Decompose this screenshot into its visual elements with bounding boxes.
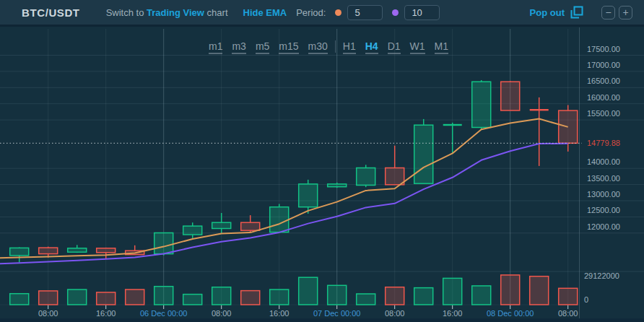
period-label: Period: [296,7,326,18]
ema-slow-period-input[interactable] [404,5,440,20]
date-axis-label: 08 Dec 00:00 [487,309,534,318]
trading-chart-app: 17500.0017000.0016500.0016000.0015500.00… [0,0,644,322]
time-axis-label: 16:00 [443,309,463,318]
tab-m30[interactable]: m30 [308,40,328,54]
time-axis-label: 16:00 [269,309,290,318]
tab-d1[interactable]: D1 [388,40,401,54]
candle-body [501,82,520,110]
candle-body [241,222,260,230]
date-axis-label: 06 Dec 00:00 [140,309,187,318]
volume-bar [68,290,87,305]
ema10-line [0,144,568,264]
tab-m5[interactable]: m5 [256,40,269,54]
volume-bar [97,292,116,305]
tab-h4-active[interactable]: H4 [365,40,378,54]
candle-body [155,233,173,254]
tab-w1[interactable]: W1 [410,40,425,54]
time-axis-label: 08:00 [558,309,578,318]
tab-m15[interactable]: m15 [279,40,298,54]
price-axis-label: 12000.00 [587,222,620,231]
time-axis-label: 08:00 [38,309,58,318]
volume-bar [126,290,144,305]
price-axis-label: 17500.00 [587,45,620,53]
price-axis-label: 17000.00 [587,61,620,69]
pop-out-icon[interactable] [570,6,583,19]
price-axis-label: 12500.00 [587,206,620,214]
ema-fast-period-input[interactable] [347,5,383,20]
ema-slow-dot [392,9,399,16]
volume-bar [328,285,347,305]
candle-body [97,248,116,253]
ema5-line [0,119,568,258]
volume-bar [212,287,231,305]
zoom-out-button[interactable]: − [601,6,615,19]
candle-body [299,184,318,207]
volume-bar [530,277,549,305]
candle-body [39,248,58,254]
volume-bar [472,286,491,305]
candle-body [68,248,87,252]
tab-m1[interactable]: m1 [209,40,222,54]
timeframe-divider [335,40,336,53]
switch-chart-text: Switch to Trading View chart [106,7,228,18]
candle-body [386,168,404,185]
candle-body [328,184,347,187]
time-axis-label: 08:00 [212,309,232,318]
volume-bar [386,287,404,305]
time-axis-label: 16:00 [96,309,116,318]
trading-view-link[interactable]: Trading View [147,7,204,18]
price-axis-label: 13500.00 [587,174,620,183]
switch-suffix: chart [207,7,228,18]
pop-out-link[interactable]: Pop out [530,7,565,18]
switch-prefix: Switch to [106,7,144,18]
date-axis-label: 07 Dec 00:00 [313,309,360,318]
candle-body [472,82,491,127]
volume-bar [559,288,578,305]
volume-bar [299,277,318,305]
hide-ema-link[interactable]: Hide EMA [243,7,287,18]
timeframe-selector: m1 m3 m5 m15 m30 H1 H4 D1 W1 M1 [209,40,458,54]
current-price-label: 14779.88 [587,139,620,147]
candle-body [10,248,29,256]
volume-bar [270,290,289,305]
candle-body [183,226,202,235]
price-axis-label: 16000.00 [587,93,620,102]
volume-bar [414,288,433,305]
price-axis-label: 16500.00 [587,77,620,85]
chart-header: BTC/USDT Switch to Trading View chart Hi… [0,0,644,27]
symbol-title: BTC/USDT [22,6,80,19]
volume-zero-label: 0 [584,295,588,304]
volume-bar [183,295,202,305]
candle-body [357,168,375,186]
tab-h1[interactable]: H1 [343,40,356,54]
zoom-in-button[interactable]: + [619,6,632,19]
candle-body [414,125,433,183]
ema-fast-dot [335,9,341,16]
candle-body [212,222,231,228]
candle-body [270,207,289,232]
price-axis-label: 13000.00 [587,190,620,199]
volume-bar [155,287,173,305]
volume-max-label: 29122000 [584,271,619,280]
tab-m3[interactable]: m3 [232,40,245,54]
price-axis-label: 14000.00 [587,157,620,166]
candle-doji-body [530,109,549,110]
bottom-edge-strip [0,318,644,322]
tab-m1-month[interactable]: M1 [435,40,448,54]
volume-bar [357,294,375,305]
volume-bar [443,278,462,305]
candle-doji-body [443,124,462,126]
price-axis-label: 15500.00 [587,109,620,118]
time-axis-label: 08:00 [385,309,405,318]
volume-bar [39,291,58,305]
volume-bar [241,291,260,305]
volume-bar [10,294,29,305]
volume-bar [501,275,520,305]
